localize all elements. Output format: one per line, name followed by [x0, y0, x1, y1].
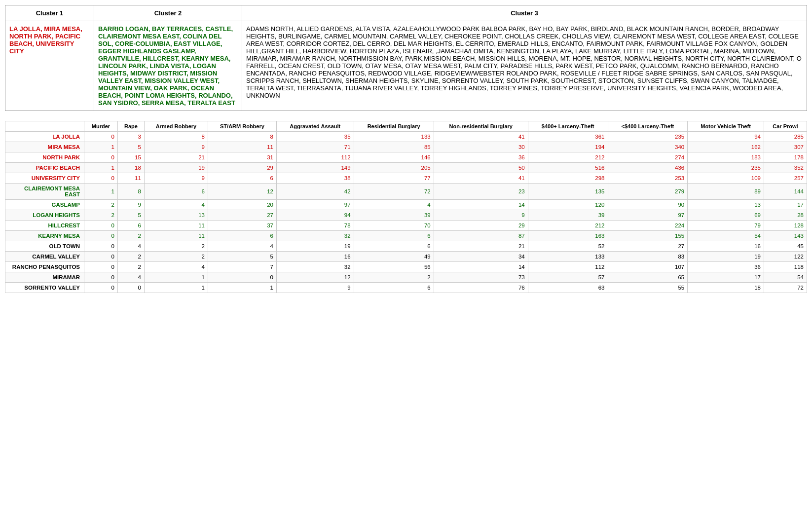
cell-value: 55 — [608, 283, 688, 293]
row-label: OLD TOWN — [5, 241, 84, 252]
col-header-5: Aggravated Assault — [276, 121, 354, 132]
cell-value: 30 — [434, 142, 528, 152]
cell-value: 298 — [528, 173, 608, 184]
cell-value: 4 — [208, 241, 276, 252]
cell-value: 79 — [688, 221, 764, 231]
cell-value: 128 — [764, 221, 807, 231]
row-label: SORRENTO VALLEY — [5, 283, 84, 293]
row-label: KEARNY MESA — [5, 231, 84, 241]
cell-value: 18 — [688, 283, 764, 293]
cell-value: 36 — [688, 262, 764, 272]
cell-value: 146 — [354, 152, 434, 163]
cell-value: 6 — [208, 231, 276, 241]
cell-value: 4 — [144, 262, 208, 272]
cell-value: 39 — [528, 210, 608, 221]
cell-value: 41 — [434, 173, 528, 184]
cell-value: 8 — [117, 184, 144, 200]
cell-value: 122 — [764, 252, 807, 262]
table-row: OLD TOWN04241962152271645 — [5, 241, 807, 252]
data-table-header: MurderRapeArmed RobberyST/ARM RobberyAgg… — [5, 121, 807, 132]
cell-value: 9 — [434, 210, 528, 221]
row-label-header — [5, 121, 84, 132]
cell-value: 41 — [434, 132, 528, 142]
cell-value: 56 — [354, 262, 434, 272]
cell-value: 2 — [117, 262, 144, 272]
col-header-1: Murder — [84, 121, 118, 132]
cell-value: 235 — [608, 132, 688, 142]
cell-value: 0 — [84, 221, 118, 231]
cell-value: 72 — [354, 184, 434, 200]
table-row: HILLCREST06113778702921222479128 — [5, 221, 807, 231]
cluster3-content: ADAMS NORTH, ALLIED GARDENS, ALTA VISTA,… — [242, 21, 807, 111]
cell-value: 89 — [688, 184, 764, 200]
cell-value: 6 — [354, 231, 434, 241]
cell-value: 12 — [208, 184, 276, 200]
cell-value: 1 — [144, 272, 208, 283]
cell-value: 5 — [117, 210, 144, 221]
cell-value: 2 — [117, 231, 144, 241]
row-label: UNIVERSITY CITY — [5, 173, 84, 184]
cell-value: 28 — [764, 210, 807, 221]
col-header-8: $400+ Larceny-Theft — [528, 121, 608, 132]
cell-value: 109 — [688, 173, 764, 184]
col-header-11: Car Prowl — [764, 121, 807, 132]
cell-value: 143 — [764, 231, 807, 241]
cell-value: 162 — [688, 142, 764, 152]
cell-value: 45 — [764, 241, 807, 252]
cell-value: 257 — [764, 173, 807, 184]
cell-value: 11 — [144, 231, 208, 241]
row-label: MIRA MESA — [5, 142, 84, 152]
cell-value: 35 — [276, 132, 354, 142]
cell-value: 49 — [354, 252, 434, 262]
row-label: PACIFIC BEACH — [5, 163, 84, 173]
table-row: UNIVERSITY CITY01196387741298253109257 — [5, 173, 807, 184]
cell-value: 0 — [208, 272, 276, 283]
cell-value: 54 — [764, 272, 807, 283]
cell-value: 212 — [528, 152, 608, 163]
table-row: LA JOLLA0388351334136123594285 — [5, 132, 807, 142]
cell-value: 2 — [84, 200, 118, 210]
cluster2-text: BARRIO LOGAN, BAY TERRACES, CASTLE, CLAI… — [98, 25, 235, 107]
cell-value: 4 — [117, 272, 144, 283]
cell-value: 17 — [688, 272, 764, 283]
cell-value: 112 — [276, 152, 354, 163]
cell-value: 1 — [84, 163, 118, 173]
cell-value: 0 — [84, 272, 118, 283]
cell-value: 97 — [608, 210, 688, 221]
col-header-4: ST/ARM Robbery — [208, 121, 276, 132]
cell-value: 13 — [144, 210, 208, 221]
cell-value: 133 — [528, 252, 608, 262]
table-row: GASLAMP2942097414120901317 — [5, 200, 807, 210]
table-row: LOGAN HEIGHTS2513279439939976928 — [5, 210, 807, 221]
cell-value: 42 — [276, 184, 354, 200]
cell-value: 71 — [276, 142, 354, 152]
cell-value: 16 — [688, 241, 764, 252]
cell-value: 97 — [276, 200, 354, 210]
cell-value: 0 — [84, 231, 118, 241]
cell-value: 83 — [608, 252, 688, 262]
cell-value: 285 — [764, 132, 807, 142]
cell-value: 1 — [84, 142, 118, 152]
cell-value: 50 — [434, 163, 528, 173]
cell-value: 253 — [608, 173, 688, 184]
table-row: RANCHO PENASQUITOS024732561411210736118 — [5, 262, 807, 272]
cell-value: 120 — [528, 200, 608, 210]
cell-value: 235 — [688, 163, 764, 173]
cluster3-text: ADAMS NORTH, ALLIED GARDENS, ALTA VISTA,… — [246, 25, 802, 99]
cell-value: 4 — [354, 200, 434, 210]
cell-value: 87 — [434, 231, 528, 241]
cell-value: 340 — [608, 142, 688, 152]
cell-value: 8 — [144, 132, 208, 142]
cell-value: 29 — [434, 221, 528, 231]
cell-value: 52 — [528, 241, 608, 252]
cell-value: 7 — [208, 262, 276, 272]
cluster1-content: LA JOLLA, MIRA MESA, NORTH PARK, PACIFIC… — [5, 21, 94, 111]
row-label: CARMEL VALLEY — [5, 252, 84, 262]
data-table-body: LA JOLLA0388351334136123594285MIRA MESA1… — [5, 132, 807, 293]
table-row: KEARNY MESA021163268716315554143 — [5, 231, 807, 241]
cell-value: 15 — [117, 152, 144, 163]
cell-value: 12 — [276, 272, 354, 283]
cell-value: 5 — [208, 252, 276, 262]
cell-value: 6 — [117, 221, 144, 231]
cell-value: 9 — [144, 142, 208, 152]
